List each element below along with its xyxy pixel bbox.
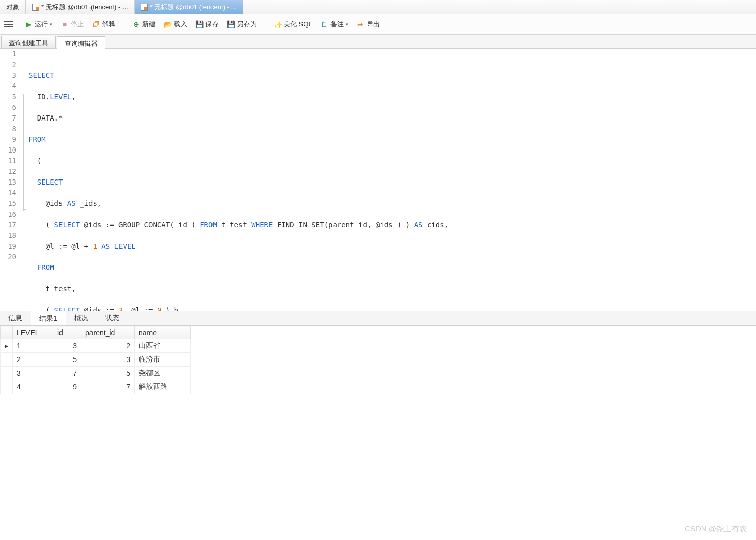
save-as-icon: 💾 — [227, 20, 235, 28]
separator — [265, 19, 265, 30]
explain-button[interactable]: 🗊 解释 — [89, 18, 118, 31]
col-name[interactable]: name — [135, 326, 191, 339]
load-button[interactable]: 📂 载入 — [161, 18, 190, 31]
run-button[interactable]: ▶ 运行 ▾ — [21, 18, 55, 31]
separator — [124, 19, 124, 30]
table-row[interactable]: 3 7 5 尧都区 — [1, 367, 191, 380]
stop-icon: ■ — [61, 20, 69, 28]
current-row-indicator-icon: ▸ — [1, 339, 13, 353]
code-area[interactable]: SELECT ID.LEVEL, DATA.* FROM ( SELECT @i… — [20, 49, 756, 311]
tab-info[interactable]: 信息 — [0, 311, 31, 325]
tab-label: * 无标题 @db01 (tencent) - ... — [41, 3, 128, 12]
save-icon: 💾 — [195, 20, 203, 28]
folder-open-icon: 📂 — [164, 20, 172, 28]
beautify-button[interactable]: ✨ 美化 SQL — [270, 18, 315, 31]
export-button[interactable]: ➦ 导出 — [353, 18, 383, 31]
new-button[interactable]: ⊕ 新建 — [129, 18, 159, 31]
tab-query-2[interactable]: * 无标题 @db01 (tencent) - ... — [135, 0, 244, 14]
note-button[interactable]: 🗒 备注 ▾ — [317, 18, 351, 31]
tab-query-editor[interactable]: 查询编辑器 — [57, 36, 105, 49]
table-row[interactable]: 2 5 3 临汾市 — [1, 353, 191, 367]
save-label: 保存 — [205, 20, 219, 29]
saveas-label: 另存为 — [237, 20, 257, 29]
query-mode-tabs: 查询创建工具 查询编辑器 — [0, 35, 756, 49]
toolbar: ▶ 运行 ▾ ■ 停止 🗊 解释 ⊕ 新建 📂 载入 💾 保存 💾 另存为 ✨ … — [0, 14, 756, 35]
tab-objects[interactable]: 对象 — [0, 0, 26, 14]
load-label: 载入 — [174, 20, 187, 29]
wand-icon: ✨ — [274, 20, 282, 28]
sql-editor[interactable]: 1 2 3 4 5− 6 7 8 9 10 11 12 13 14 15 16 … — [0, 49, 756, 311]
note-icon: 🗒 — [320, 20, 328, 28]
note-label: 备注 — [330, 20, 344, 29]
export-label: 导出 — [367, 20, 380, 29]
col-id[interactable]: id — [53, 326, 81, 339]
sql-file-icon — [141, 4, 148, 11]
result-grid[interactable]: LEVEL id parent_id name ▸ 1 3 2 山西省 2 5 … — [0, 326, 191, 394]
explain-icon: 🗊 — [92, 20, 100, 28]
beautify-label: 美化 SQL — [284, 20, 312, 29]
editor-tabs: 对象 * 无标题 @db01 (tencent) - ... * 无标题 @db… — [0, 0, 756, 14]
tab-query-1[interactable]: * 无标题 @db01 (tencent) - ... — [26, 0, 135, 14]
menu-icon[interactable] — [4, 21, 13, 27]
result-tabs: 信息 结果1 概况 状态 — [0, 311, 756, 326]
table-row[interactable]: 4 9 7 解放西路 — [1, 380, 191, 394]
play-icon: ▶ — [24, 20, 33, 28]
new-label: 新建 — [142, 20, 156, 29]
run-label: 运行 — [35, 20, 48, 29]
col-level[interactable]: LEVEL — [13, 326, 53, 339]
save-button[interactable]: 💾 保存 — [192, 18, 222, 31]
header-row: LEVEL id parent_id name — [1, 326, 191, 339]
explain-label: 解释 — [102, 20, 115, 29]
col-parent-id[interactable]: parent_id — [81, 326, 135, 339]
chevron-down-icon: ▾ — [346, 22, 348, 27]
save-as-button[interactable]: 💾 另存为 — [224, 18, 260, 31]
tab-label: * 无标题 @db01 (tencent) - ... — [150, 3, 237, 12]
tab-profile[interactable]: 概况 — [66, 311, 97, 325]
sql-file-icon — [32, 4, 39, 11]
stop-label: 停止 — [71, 20, 84, 29]
tab-query-builder[interactable]: 查询创建工具 — [1, 36, 56, 48]
line-gutter: 1 2 3 4 5− 6 7 8 9 10 11 12 13 14 15 16 … — [0, 49, 20, 311]
new-icon: ⊕ — [132, 20, 140, 28]
tab-status[interactable]: 状态 — [97, 311, 128, 325]
tab-result-1[interactable]: 结果1 — [31, 311, 66, 325]
export-icon: ➦ — [356, 20, 365, 28]
chevron-down-icon: ▾ — [50, 22, 52, 27]
stop-button[interactable]: ■ 停止 — [57, 18, 87, 31]
table-row[interactable]: ▸ 1 3 2 山西省 — [1, 339, 191, 353]
